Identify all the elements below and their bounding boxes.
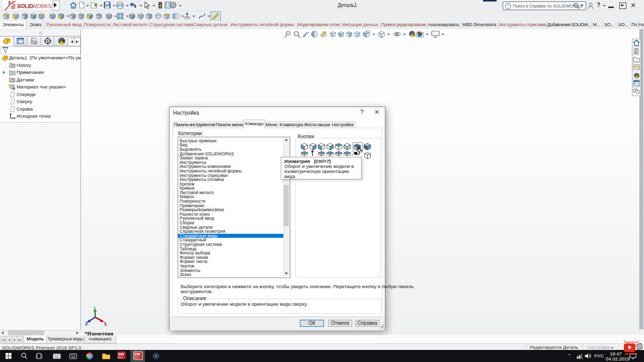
svg-text:A: A <box>12 72 14 75</box>
svg-text:X: X <box>104 321 107 326</box>
svg-text:Z: Z <box>85 321 89 326</box>
svg-text:WORKS: WORKS <box>32 3 51 9</box>
svg-text:SOLID: SOLID <box>17 3 33 9</box>
